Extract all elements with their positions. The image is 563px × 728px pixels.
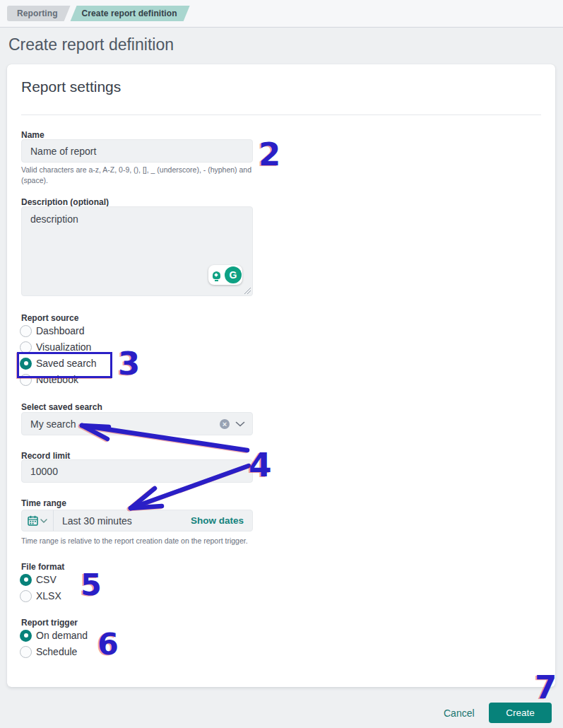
- radio-csv-label: CSV: [36, 574, 57, 585]
- radio-dashboard-circle[interactable]: [20, 325, 32, 337]
- breadcrumb-bar: Reporting Create report definition: [0, 0, 563, 28]
- radio-visualization-label: Visualization: [36, 341, 91, 353]
- radio-schedule-circle[interactable]: [20, 646, 32, 658]
- record-limit-value: 10000: [30, 466, 58, 477]
- name-input-value: Name of report: [30, 146, 96, 157]
- breadcrumb-create-label: Create report definition: [82, 8, 177, 18]
- radio-xlsx-circle[interactable]: [20, 590, 32, 602]
- name-input[interactable]: Name of report: [21, 139, 253, 163]
- saved-search-combobox[interactable]: My search ×: [21, 412, 253, 435]
- radio-csv[interactable]: CSV: [20, 572, 57, 587]
- calendar-icon: [28, 515, 38, 526]
- cancel-button[interactable]: Cancel: [444, 708, 475, 719]
- saved-search-value: My search: [30, 418, 76, 430]
- name-help-text: Valid characters are a-z, A-Z, 0-9, (), …: [21, 165, 268, 185]
- grammarly-g-icon[interactable]: G: [225, 266, 242, 283]
- annotation-step7: 7: [535, 671, 557, 703]
- breadcrumb-reporting-label: Reporting: [17, 8, 58, 18]
- saved-search-label: Select saved search: [21, 402, 102, 412]
- radio-visualization-circle[interactable]: [20, 341, 32, 353]
- time-range-label: Time range: [21, 498, 66, 508]
- time-range-value[interactable]: Last 30 minutes: [54, 515, 132, 527]
- annotation-step4: 4: [249, 448, 272, 481]
- clear-icon[interactable]: ×: [220, 419, 230, 429]
- page-title: Create report definition: [8, 35, 174, 54]
- report-source-label: Report source: [21, 313, 78, 323]
- description-label: Description (optional): [21, 197, 109, 207]
- chevron-down-icon: [40, 519, 47, 523]
- annotation-box-step3: [17, 352, 112, 378]
- name-label: Name: [21, 130, 45, 140]
- grammarly-widget[interactable]: G: [208, 265, 242, 285]
- radio-xlsx-label: XLSX: [36, 590, 61, 601]
- lightbulb-icon[interactable]: [209, 267, 223, 283]
- chevron-down-icon[interactable]: [235, 421, 245, 427]
- show-dates-link[interactable]: Show dates: [191, 515, 252, 526]
- annotation-step5: 5: [81, 570, 102, 600]
- radio-schedule[interactable]: Schedule: [20, 644, 77, 659]
- report-trigger-label: Report trigger: [21, 618, 78, 628]
- textarea-resize-handle[interactable]: [244, 288, 251, 294]
- record-limit-input[interactable]: 10000: [21, 459, 253, 483]
- radio-csv-circle[interactable]: [20, 574, 32, 586]
- description-value: description: [30, 213, 78, 225]
- radio-schedule-label: Schedule: [36, 646, 77, 657]
- radio-on-demand[interactable]: On demand: [20, 628, 88, 643]
- annotation-step3: 3: [118, 348, 140, 380]
- radio-on-demand-circle[interactable]: [20, 630, 32, 642]
- annotation-step6: 6: [97, 629, 119, 659]
- breadcrumb-reporting[interactable]: Reporting: [7, 6, 71, 21]
- description-textarea[interactable]: description G: [21, 206, 253, 296]
- time-range-picker[interactable]: Last 30 minutes Show dates: [21, 510, 253, 532]
- panel-divider: [21, 115, 541, 115]
- radio-on-demand-label: On demand: [36, 630, 88, 641]
- radio-dashboard-label: Dashboard: [36, 325, 85, 336]
- quick-select-button[interactable]: [22, 510, 54, 531]
- annotation-step2: 2: [259, 139, 280, 170]
- radio-xlsx[interactable]: XLSX: [20, 588, 61, 604]
- file-format-label: File format: [21, 562, 64, 572]
- panel-heading: Report settings: [21, 78, 121, 95]
- time-range-help-text: Time range is relative to the report cre…: [21, 536, 268, 546]
- radio-dashboard[interactable]: Dashboard: [20, 323, 85, 339]
- breadcrumb-create-report-definition[interactable]: Create report definition: [68, 6, 190, 21]
